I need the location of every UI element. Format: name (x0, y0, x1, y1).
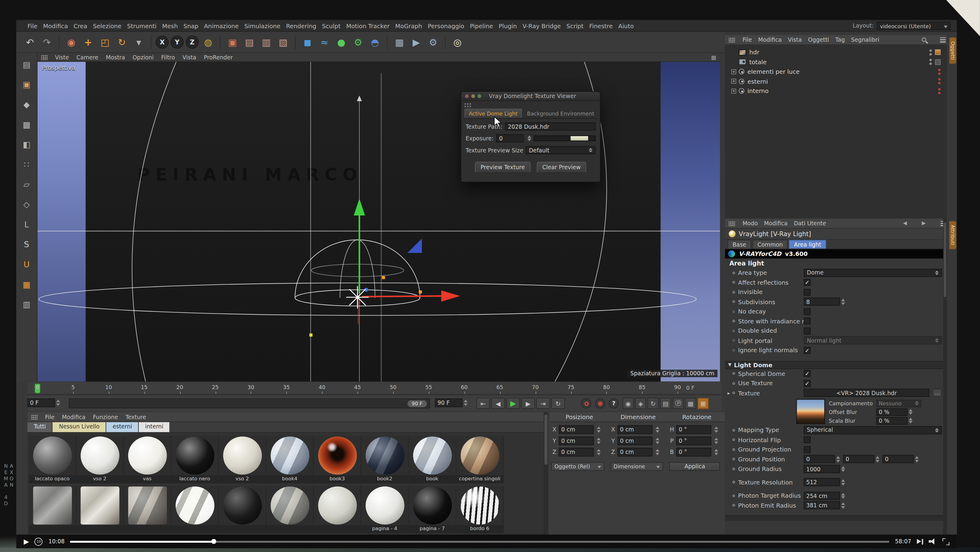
rotazione-b-field[interactable]: 0 ° (676, 448, 711, 457)
invisible-checkbox[interactable] (804, 289, 811, 295)
menu-mesh[interactable]: Mesh (162, 22, 178, 29)
video-progress-knob[interactable] (211, 539, 216, 544)
filter-tutti[interactable]: Tutti (28, 422, 53, 432)
rotate-tool-icon[interactable]: ↻ (115, 35, 129, 50)
history-forward-icon[interactable]: ▶ (920, 220, 928, 227)
menu-sculpt[interactable]: Sculpt (322, 22, 340, 29)
hdr-texture-thumbnail[interactable] (796, 399, 825, 424)
menu-motion-tracker[interactable]: Motion Tracker (346, 22, 390, 29)
anim-dot[interactable] (733, 429, 735, 431)
clear-preview-button[interactable]: Clear Preview (536, 162, 586, 173)
timeline-range-slider[interactable]: 90 F (69, 398, 430, 408)
anim-dot[interactable] (733, 439, 735, 441)
material-item[interactable]: book3 (314, 436, 361, 483)
toggle-views-icon[interactable]: ▦ (711, 54, 716, 60)
dimensione-x-field[interactable]: 0 cm (617, 425, 653, 434)
end-frame-spinner[interactable] (464, 400, 468, 406)
posizione-z-field[interactable]: 0 cm (559, 448, 594, 457)
spherical-dome-checkbox[interactable]: ✓ (804, 370, 811, 377)
quantize-icon[interactable]: ▥ (19, 297, 34, 312)
menu-file[interactable]: File (28, 22, 38, 29)
visibility-dots[interactable] (938, 88, 940, 94)
scale-tool-icon[interactable]: ◰ (97, 35, 113, 50)
pla-record-icon[interactable]: Ⓟ (673, 398, 684, 409)
vp-menu-viste[interactable]: Viste (55, 54, 69, 60)
play-forward-button[interactable]: ▶ (506, 398, 520, 409)
object-row-elementi-per-luce[interactable]: +elementi per luce (725, 67, 947, 76)
mapping-type-dropdown[interactable]: Spherical (804, 426, 942, 434)
anim-dot[interactable] (733, 301, 735, 303)
autokeying-button[interactable] (595, 398, 605, 408)
om-menu-vista[interactable]: Vista (788, 36, 802, 43)
dialog-minimize-icon[interactable] (471, 94, 475, 98)
material-item[interactable]: bordo 6 (457, 486, 504, 533)
visibility-dots[interactable] (938, 78, 940, 85)
subdivisions-field[interactable]: 8 (804, 298, 840, 306)
tab-base[interactable]: Base (727, 240, 751, 248)
layout-select[interactable]: videocorsi (Utente) (877, 22, 951, 30)
ground-projection-checkbox[interactable] (804, 446, 811, 453)
panel-grip-icon[interactable] (41, 55, 48, 60)
tab-area-light[interactable]: Area light (789, 240, 826, 248)
offset-blur-field[interactable]: 0 % (876, 408, 907, 416)
double-sided-checkbox[interactable] (804, 327, 811, 334)
menu-snap[interactable]: Snap (183, 22, 199, 29)
search-icon[interactable] (920, 36, 928, 43)
exposure-slider-handle[interactable] (571, 136, 589, 141)
workplane-snap-icon[interactable]: ▦ (19, 277, 34, 292)
coord-system-icon[interactable]: ◍ (200, 35, 216, 50)
ground-position-field-0[interactable]: 0 (804, 455, 835, 463)
texture-tag-icon[interactable] (935, 59, 941, 65)
vp-menu-opzioni[interactable]: Opzioni (132, 54, 153, 60)
material-item[interactable] (124, 486, 171, 533)
vp-menu-prorender[interactable]: ProRender (204, 54, 233, 60)
current-frame-field[interactable]: 0 F (28, 398, 55, 407)
axis-mode-icon[interactable]: L (19, 217, 34, 232)
om-menu-segnalibri[interactable]: Segnalibri (851, 36, 880, 43)
anim-dot[interactable] (733, 458, 735, 460)
material-item[interactable]: pagina - 4 (361, 486, 409, 533)
material-item[interactable]: vso 2 (76, 436, 124, 483)
mat-menu-modifica[interactable]: Modifica (62, 414, 85, 420)
modeling-commands3-icon[interactable]: ▧ (275, 35, 291, 50)
menu-finestre[interactable]: Finestre (589, 22, 613, 29)
anim-dot[interactable] (733, 448, 735, 450)
next-frame-button[interactable]: ▶ (521, 398, 535, 409)
anim-dot[interactable] (733, 349, 735, 351)
panel-grip-icon[interactable] (729, 37, 735, 42)
material-item[interactable] (29, 486, 76, 533)
object-mode-dropdown[interactable]: Oggetto (Rel) (551, 462, 604, 471)
ignore-light-normals-checkbox[interactable]: ✓ (804, 347, 811, 354)
next-video-icon[interactable] (917, 538, 923, 544)
material-item[interactable] (266, 486, 314, 533)
dialog-grip-icon[interactable] (465, 103, 472, 108)
am-menu-dati-utente[interactable]: Dati Utente (794, 220, 826, 227)
material-item[interactable]: laccato opaco (29, 436, 76, 483)
record-rotation-icon[interactable]: ↻ (648, 398, 659, 409)
horizontal-flip-checkbox[interactable] (804, 436, 811, 443)
move-tool-icon[interactable]: + (81, 35, 96, 50)
range-end-bubble[interactable]: 90 F (407, 400, 427, 407)
anim-dot[interactable] (733, 481, 735, 483)
dialog-titlebar[interactable]: Vray Domelight Texture Viewer (461, 92, 600, 101)
light-portal-dropdown[interactable]: Normal light (804, 336, 942, 344)
offset-blur-spinner[interactable] (909, 409, 912, 415)
scala-blur-field[interactable]: 0 % (876, 417, 907, 424)
polygons-mode-icon[interactable]: ◇ (19, 197, 34, 212)
make-editable-mode-icon[interactable]: ▣ (19, 77, 34, 92)
timeline-window-icon[interactable]: ▦ (685, 398, 696, 409)
menu-selezione[interactable]: Selezione (93, 22, 121, 29)
deformer-icon[interactable]: ◓ (368, 35, 382, 50)
expand-icon[interactable]: + (731, 69, 736, 75)
exposure-spinner[interactable] (527, 135, 531, 141)
mat-menu-texture[interactable]: Texture (126, 414, 146, 420)
rotazione-h-field[interactable]: 0 ° (676, 425, 711, 434)
make-editable-icon[interactable]: ▣ (225, 35, 240, 50)
loop-mode-button[interactable]: ↻ (551, 398, 565, 409)
expand-icon[interactable]: + (731, 89, 736, 94)
texture-resolution-field[interactable]: 512 (804, 478, 840, 486)
tab-active-dome-light[interactable]: Active Dome Light (465, 109, 522, 118)
material-item[interactable]: book2 (361, 436, 409, 483)
menu-personaggio[interactable]: Personaggio (428, 22, 464, 29)
spline-pen-icon[interactable]: ≈ (317, 35, 332, 50)
